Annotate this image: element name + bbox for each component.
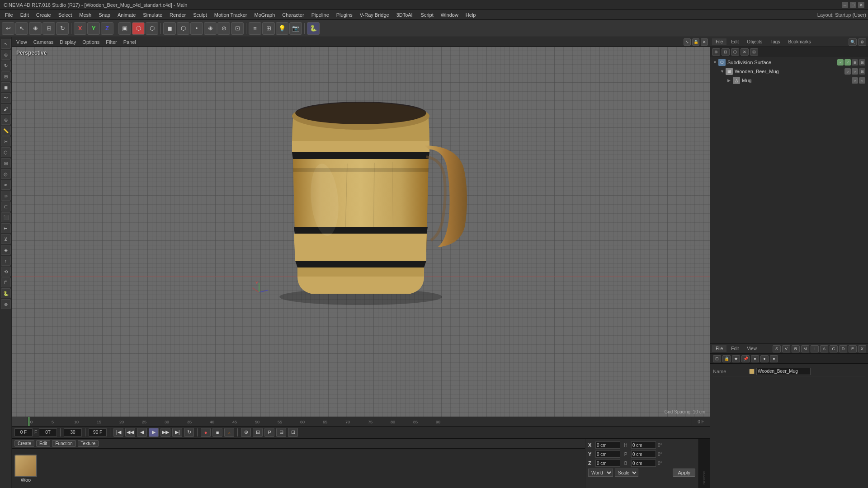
obj-tb-btn-4[interactable]: ✕ (741, 48, 749, 56)
obj-vis-eye[interactable]: ✓ (837, 59, 844, 66)
menu-select[interactable]: Select (55, 11, 75, 19)
lt-magnet[interactable]: ⊻ (1, 234, 11, 244)
coord-x-input[interactable] (595, 441, 620, 449)
menu-window[interactable]: Window (438, 11, 462, 19)
attr-name-input[interactable] (756, 368, 811, 375)
lt-normal[interactable]: ↑ (1, 256, 11, 266)
tool-sculpt2[interactable]: ⊘ (217, 22, 230, 35)
menu-pipeline[interactable]: Pipeline (308, 11, 332, 19)
coord-p-input[interactable] (631, 450, 656, 458)
close-button[interactable]: ✕ (858, 2, 864, 8)
lt-spline[interactable]: 〜 (1, 93, 11, 103)
vm-options[interactable]: Options (80, 38, 102, 46)
maximize-button[interactable]: □ (850, 2, 856, 8)
obj-row-mug[interactable]: ▶ △ Mug ○ ○ (710, 76, 868, 85)
obj-settings-icon[interactable]: ⚙ (858, 38, 866, 46)
attr-m-btn[interactable]: M (801, 345, 809, 352)
mat-btn-edit[interactable]: Edit (36, 440, 50, 447)
attr-s-btn[interactable]: S (773, 345, 781, 352)
tool-scale[interactable]: ⊞ (42, 22, 55, 35)
tool-y-axis[interactable]: Y (87, 22, 100, 35)
coord-h-input[interactable] (631, 441, 656, 449)
menu-vray[interactable]: V-Ray Bridge (357, 11, 392, 19)
obj-row-subdivision[interactable]: ▼ ⬡ Subdivision Surface ✓ ✓ ⊟ ⊟ (710, 58, 868, 67)
playback-fps[interactable] (64, 428, 82, 436)
apply-button[interactable]: Apply (673, 469, 695, 477)
lt-smooth[interactable]: ≈ (1, 180, 11, 190)
vm-cameras[interactable]: Cameras (31, 38, 57, 46)
obj-tab-objects[interactable]: Objects (743, 38, 766, 45)
menu-render[interactable]: Render (166, 11, 189, 19)
coord-world-select[interactable]: World Object (588, 469, 613, 477)
attr-tb-dot3[interactable]: ● (770, 355, 778, 362)
btn-transport-extra[interactable]: ⊡ (288, 428, 298, 437)
lt-loop[interactable]: ⊏ (1, 202, 11, 211)
lt-extrude[interactable]: ⬡ (1, 147, 11, 157)
obj-tb-btn-1[interactable]: ⊕ (712, 48, 720, 56)
obj-expand-wooden[interactable]: ▼ (720, 69, 726, 74)
tool-render-all[interactable]: ⬡ (146, 22, 158, 35)
fps-input[interactable] (39, 428, 57, 436)
menu-simulate[interactable]: Simulate (140, 11, 165, 19)
lt-polygon[interactable]: ◼ (1, 82, 11, 92)
attr-x-btn[interactable]: X (858, 345, 866, 352)
timeline[interactable]: 0 5 10 15 20 25 30 35 40 45 50 55 60 65 (12, 417, 710, 427)
attr-l-btn[interactable]: L (811, 345, 819, 352)
tool-undo[interactable]: ↩ (2, 22, 14, 35)
lt-extra[interactable]: ⊕ (1, 299, 11, 309)
attr-tab-view[interactable]: View (743, 345, 760, 352)
tool-render-active[interactable]: ⬡ (132, 22, 145, 35)
lt-vertex[interactable]: ◈ (1, 245, 11, 255)
mat-btn-texture[interactable]: Texture (78, 440, 99, 447)
btn-add-key[interactable]: ⊕ (241, 428, 251, 437)
coord-b-input[interactable] (631, 460, 656, 467)
btn-record-stop[interactable]: ■ (212, 428, 222, 437)
attr-tb-dot1[interactable]: ● (751, 355, 759, 362)
obj-search-icon[interactable]: 🔍 (849, 38, 857, 46)
coord-y-input[interactable] (595, 450, 620, 458)
btn-grid[interactable]: ⊟ (276, 428, 286, 437)
tool-point[interactable]: • (190, 22, 203, 35)
menu-snap[interactable]: Snap (95, 11, 113, 19)
obj-row-wooden-beer-mug[interactable]: ▼ ⊞ Wooden_Beer_Mug ○ ○ ⊟ (710, 67, 868, 76)
vm-view[interactable]: View (14, 38, 30, 46)
obj-expand-mug[interactable]: ▶ (727, 78, 733, 83)
obj-vis-render-mug[interactable]: ○ (859, 77, 865, 84)
lt-move[interactable]: ⊕ (1, 50, 11, 60)
current-frame-input[interactable] (14, 428, 33, 436)
lt-knife[interactable]: ✂ (1, 136, 11, 146)
tool-z-axis[interactable]: Z (101, 22, 113, 35)
coord-scale-select[interactable]: Scale Size (615, 469, 638, 477)
lt-texture[interactable]: 🗒 (1, 277, 11, 287)
tool-edge[interactable]: ⬡ (177, 22, 189, 35)
menu-edit[interactable]: Edit (17, 11, 32, 19)
menu-motion-tracker[interactable]: Motion Tracker (211, 11, 250, 19)
lt-weld[interactable]: ◎ (1, 169, 11, 179)
lt-rotate[interactable]: ↻ (1, 61, 11, 70)
btn-go-start[interactable]: |◀ (113, 428, 123, 437)
lt-measure[interactable]: 📏 (1, 126, 11, 136)
obj-vis-render-wooden[interactable]: ○ (852, 68, 858, 75)
mat-btn-function[interactable]: Function (52, 440, 75, 447)
btn-keyframe[interactable]: ⬦ (224, 428, 234, 437)
obj-tab-file[interactable]: File (712, 38, 726, 45)
viewport[interactable]: View Cameras Display Options Filter Pane… (12, 37, 710, 417)
obj-vis-tag-wooden[interactable]: ⊟ (859, 68, 865, 75)
tool-snap[interactable]: ⊡ (231, 22, 244, 35)
obj-tab-bookmarks[interactable]: Bookmarks (784, 38, 814, 45)
btn-loop[interactable]: ↻ (184, 428, 194, 437)
menu-animate[interactable]: Animate (114, 11, 139, 19)
lt-twist[interactable]: ⟲ (1, 267, 11, 277)
lt-slide[interactable]: ⊢ (1, 223, 11, 233)
lt-sculpt[interactable]: ⊕ (1, 115, 11, 125)
lt-python2[interactable]: 🐍 (1, 288, 11, 298)
tool-x-axis[interactable]: X (74, 22, 86, 35)
attr-tb-pin[interactable]: 📌 (741, 355, 750, 362)
menu-mograph[interactable]: MoGraph (251, 11, 278, 19)
material-swatch[interactable] (14, 455, 37, 477)
attr-e-btn[interactable]: E (849, 345, 857, 352)
obj-vis-extra[interactable]: ⊟ (859, 59, 865, 66)
attr-tb-star[interactable]: ★ (732, 355, 740, 362)
btn-key-mode[interactable]: ⊞ (253, 428, 263, 437)
menu-script[interactable]: Script (418, 11, 437, 19)
